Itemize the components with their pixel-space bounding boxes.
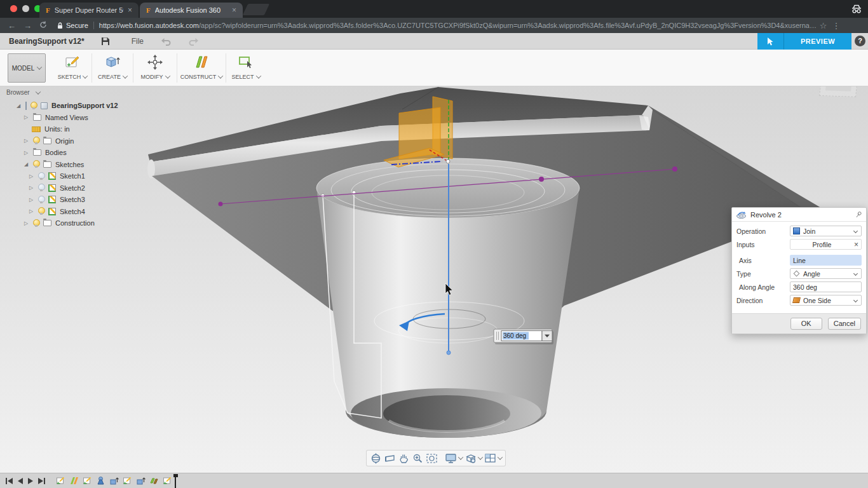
timeline-feature-sketch[interactable] [56,476,65,485]
fit-to-window-icon[interactable] [426,452,438,464]
tree-item-component[interactable]: ◢BearingSupport v12 [4,100,137,112]
collaborate-cursor-button[interactable] [757,33,784,50]
tab-close-icon[interactable]: × [128,6,132,15]
timeline-feature-revolve[interactable] [96,476,105,485]
ribbon-group-construct[interactable]: CONSTRUCT [177,51,226,85]
chevron-down-icon[interactable] [218,73,223,78]
go-to-end-icon[interactable] [37,477,46,485]
browser-tab-inactive[interactable]: F Super Duper Router 5000 - FU × [39,3,139,18]
close-window-button[interactable] [10,5,17,12]
new-tab-button[interactable] [243,4,269,15]
tree-item-label[interactable]: Sketch2 [60,184,85,192]
pin-icon[interactable] [855,211,862,219]
expander-closed-icon[interactable]: ▷ [28,173,34,179]
tree-item-sketch1[interactable]: ▷Sketch1 [4,170,137,182]
visibility-bulb-icon[interactable] [38,172,44,180]
view-cube[interactable]: RIGHT [819,86,860,97]
expander-closed-icon[interactable]: ▷ [23,114,29,120]
expander-closed-icon[interactable]: ▷ [23,138,29,144]
look-at-icon[interactable] [384,452,396,464]
forward-icon[interactable]: → [24,21,32,30]
ribbon-group-modify[interactable]: MODIFY [133,51,177,85]
tree-item-named-views[interactable]: ▷Named Views [4,112,137,124]
tree-item-label[interactable]: Bodies [45,149,67,156]
expander-closed-icon[interactable]: ▷ [23,220,29,226]
back-icon[interactable]: ← [8,21,16,30]
tree-item-sketch2[interactable]: ▷Sketch2 [4,182,137,194]
type-dropdown[interactable]: Angle [790,268,862,279]
view-cube-face[interactable]: RIGHT [825,86,853,92]
tree-item-label[interactable]: Sketch1 [60,172,85,180]
tree-item-label[interactable]: Origin [55,137,74,145]
chevron-down-icon[interactable] [123,73,128,78]
expander-open-icon[interactable]: ◢ [15,103,22,109]
tree-item-bodies[interactable]: ▷Bodies [4,147,137,159]
pan-icon[interactable] [398,452,410,464]
along-angle-input[interactable]: 360 deg [790,281,862,292]
timeline-feature-sketch[interactable] [163,476,172,485]
operation-dropdown[interactable]: Join [790,226,862,236]
save-icon[interactable] [101,37,110,46]
tree-item-label[interactable]: BearingSupport v12 [51,102,118,109]
chevron-down-icon[interactable] [165,73,170,78]
reload-icon[interactable] [39,21,47,30]
file-menu[interactable]: File [132,37,144,46]
viewports-icon[interactable] [484,452,496,464]
go-to-start-icon[interactable] [5,477,14,485]
url-text[interactable]: https://web.fusion.autodesk.com/app/sc?w… [99,22,817,29]
orbit-icon[interactable] [370,452,382,464]
chevron-down-icon[interactable] [498,454,503,459]
display-settings-icon[interactable] [445,452,457,464]
close-icon[interactable]: × [854,240,858,249]
expander-open-icon[interactable]: ◢ [23,161,29,167]
ribbon-group-create[interactable]: CREATE [92,51,133,85]
chevron-down-icon[interactable] [478,454,483,459]
zoom-icon[interactable] [412,452,424,464]
tree-item-label[interactable]: Construction [55,219,95,227]
undo-icon[interactable] [160,37,172,46]
visibility-bulb-icon[interactable] [33,137,39,145]
redo-icon[interactable] [188,37,200,46]
expander-closed-icon[interactable]: ▷ [28,197,34,203]
visibility-bulb-icon[interactable] [38,184,44,192]
tree-item-label[interactable]: Named Views [45,114,88,121]
chevron-down-icon[interactable] [35,89,40,94]
profile-chip[interactable]: Profile× [790,239,862,250]
visibility-bulb-icon[interactable] [38,207,44,215]
visibility-bulb-icon[interactable] [33,160,39,168]
timeline-feature-sketch[interactable] [123,476,132,485]
preview-button[interactable]: PREVIEW [784,33,851,50]
workspace-selector[interactable]: MODEL [8,53,46,83]
tab-close-icon[interactable]: × [232,6,236,15]
tree-item-sketch3[interactable]: ▷Sketch3 [4,194,137,206]
ribbon-group-select[interactable]: SELECT [226,51,266,85]
browser-tab-active[interactable]: F Autodesk Fusion 360 × [140,3,243,18]
tree-item-construction[interactable]: ▷Construction [4,217,137,229]
expander-closed-icon[interactable]: ▷ [28,208,34,214]
visibility-bulb-icon[interactable] [31,102,37,110]
timeline-feature-combine[interactable] [149,476,159,485]
visual-style-icon[interactable] [465,452,477,464]
chevron-down-icon[interactable] [458,454,463,459]
expander-closed-icon[interactable]: ▷ [28,185,34,191]
chevron-down-icon[interactable] [83,73,88,78]
tree-item-origin[interactable]: ▷Origin [4,135,137,147]
visibility-bulb-icon[interactable] [38,196,44,204]
bookmark-star-icon[interactable]: ☆ [820,21,827,30]
step-forward-icon[interactable] [27,477,34,485]
tree-item-sketch4[interactable]: ▷Sketch4 [4,206,137,218]
window-controls[interactable] [10,5,41,12]
axis-selected-field[interactable]: Line [790,255,862,266]
direction-dropdown[interactable]: One Side [790,295,862,306]
expander-closed-icon[interactable]: ▷ [23,150,29,156]
ribbon-group-sketch[interactable]: SKETCH [53,51,92,85]
tree-item-label[interactable]: Units: in [44,125,70,133]
tree-item-sketches[interactable]: ◢Sketches [4,159,137,171]
minimize-window-button[interactable] [22,5,29,12]
angle-input-box[interactable]: 360 deg [494,329,553,344]
chevron-down-icon[interactable] [255,73,261,78]
ok-button[interactable]: OK [790,318,822,330]
browser-menu-icon[interactable]: ⋮ [832,21,841,30]
timeline-feature-extrude[interactable] [109,476,119,485]
timeline-feature-sketch[interactable] [83,476,92,485]
